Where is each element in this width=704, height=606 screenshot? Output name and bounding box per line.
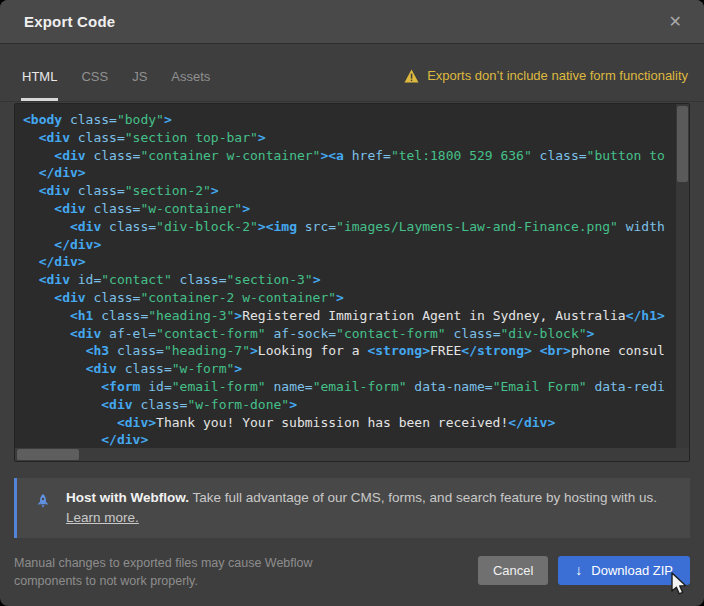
footer-note: Manual changes to exported files may cau… — [14, 554, 313, 590]
tab-html[interactable]: HTML — [21, 69, 58, 101]
code-panel: <body class="body"> <div class="section … — [14, 103, 690, 462]
download-button-label: Download ZIP — [591, 563, 673, 578]
modal-footer: Manual changes to exported files may cau… — [0, 538, 704, 606]
tab-css[interactable]: CSS — [80, 69, 109, 101]
vertical-scrollbar[interactable] — [676, 104, 689, 448]
host-with-webflow-banner: Host with Webflow. Take full advantage o… — [14, 478, 690, 538]
code-content: <body class="body"> <div class="section … — [15, 104, 676, 448]
footer-note-line2: components to not work properly. — [14, 572, 313, 590]
tab-assets[interactable]: Assets — [170, 69, 211, 101]
tab-bar: HTMLCSSJSAssets Exports don’t include na… — [0, 44, 704, 102]
footer-buttons: Cancel ↓ Download ZIP — [478, 556, 690, 585]
learn-more-link[interactable]: Learn more. — [66, 510, 139, 525]
modal-title: Export Code — [24, 13, 115, 30]
warning-text: Exports don’t include native form functi… — [427, 68, 688, 83]
modal-header: Export Code ✕ — [0, 0, 704, 44]
rocket-icon — [34, 493, 52, 511]
footer-note-line1: Manual changes to exported files may cau… — [14, 554, 313, 572]
code-viewport[interactable]: <body class="body"> <div class="section … — [15, 104, 676, 448]
banner-bold-text: Host with Webflow. — [66, 490, 189, 505]
close-icon[interactable]: ✕ — [665, 10, 686, 34]
download-zip-button[interactable]: ↓ Download ZIP — [558, 556, 690, 585]
tab-list: HTMLCSSJSAssets — [21, 69, 211, 101]
warning-triangle-icon — [404, 69, 419, 83]
export-code-modal: Export Code ✕ HTMLCSSJSAssets Exports do… — [0, 0, 704, 606]
banner-body-text: Take full advantage of our CMS, forms, a… — [189, 490, 657, 505]
vertical-scrollbar-thumb[interactable] — [677, 106, 688, 182]
tab-js[interactable]: JS — [131, 69, 148, 101]
form-warning: Exports don’t include native form functi… — [404, 68, 688, 101]
cancel-button[interactable]: Cancel — [478, 556, 548, 585]
download-arrow-icon: ↓ — [575, 563, 582, 577]
horizontal-scrollbar-thumb[interactable] — [17, 449, 79, 460]
banner-text: Host with Webflow. Take full advantage o… — [66, 488, 657, 528]
horizontal-scrollbar[interactable] — [15, 448, 689, 461]
